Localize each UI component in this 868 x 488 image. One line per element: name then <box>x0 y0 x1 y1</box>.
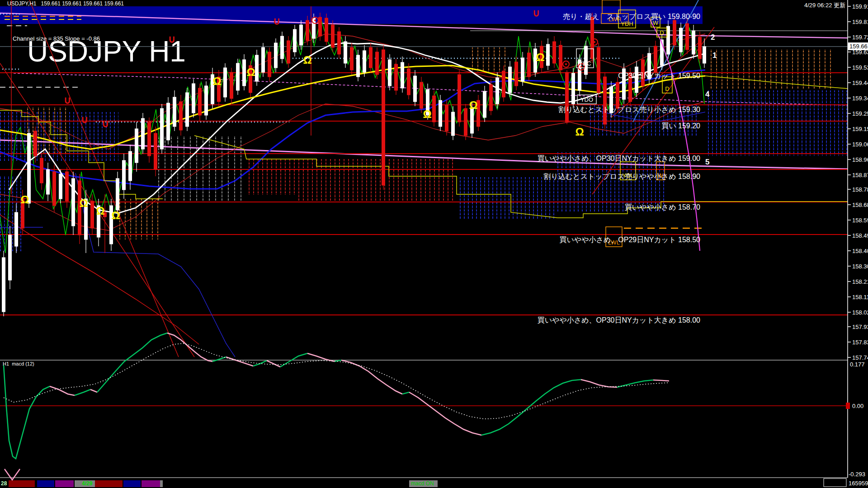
label-box-d: D <box>660 29 664 36</box>
chart-canvas[interactable]: USDJPY H1ΩΩΩΩΩΩΩΩΩΩΩ∪∪∪∪∪∪LWHYDHWDYDCYDO… <box>0 0 868 488</box>
wave-number: 4 <box>705 90 710 99</box>
macd-zero-label: 0.00 <box>852 403 863 409</box>
buy-marker-icon: Ω <box>423 108 431 120</box>
price-tick-label: 157.740 <box>852 354 868 361</box>
price-tick-label: 159.720 <box>852 34 868 41</box>
sell-marker-icon: ∪ <box>64 94 71 106</box>
price-tick-label: 159.345 <box>852 95 868 102</box>
price-tick-label: 158.210 <box>852 278 868 285</box>
buy-marker-icon: Ω <box>20 193 29 206</box>
price-tick-label: 159.815 <box>852 19 868 25</box>
buy-marker-icon: Ω <box>303 54 311 66</box>
annotation-text: 売り・超え ストップロス買い 159.80-90 <box>563 13 700 20</box>
bar-counter-label: 165959 <box>849 480 868 487</box>
buy-marker-icon: Ω <box>536 51 544 63</box>
buy-marker-icon: Ω <box>246 66 255 78</box>
annotation-text: 買い 159.20 <box>661 122 700 130</box>
sell-marker-icon: ∪ <box>533 7 540 19</box>
price-tick-label: 157.835 <box>852 339 868 346</box>
price-tick-label: 158.020 <box>852 309 868 316</box>
buy-marker-icon: Ω <box>212 75 221 87</box>
price-tick-label: 158.870 <box>852 172 868 178</box>
wave-number: 2 <box>711 33 715 42</box>
annotation-text: 買いやや小さめ 158.70 <box>625 203 700 211</box>
annotation-text: 買いやや小さめ、OP30日NYカット大きめ 159.00 <box>538 155 700 162</box>
price-tick-label: 159.250 <box>852 110 868 117</box>
annotation-text: 買いやや小さめ、OP30日NYカット大きめ 158.00 <box>538 316 700 324</box>
price-tick-label: 158.685 <box>852 202 868 208</box>
price-tick-label: 158.495 <box>852 232 868 239</box>
wave-number: 5 <box>705 158 709 166</box>
annotation-text: 割り込むとストップロス売り小さめ 159.30 <box>558 106 700 113</box>
sell-marker-icon: ∪ <box>81 114 88 125</box>
price-tick-label: 158.590 <box>852 217 868 224</box>
label-box-d: D <box>665 85 669 92</box>
buy-marker-icon: Ω <box>96 205 104 217</box>
price-tick-label: 158.400 <box>852 248 868 254</box>
price-tick-label: 159.440 <box>852 80 868 86</box>
macd-min-label: -0.293 <box>849 471 865 478</box>
mt4-chart-window: USDJPY H1ΩΩΩΩΩΩΩΩΩΩΩ∪∪∪∪∪∪LWHYDHWDYDCYDO… <box>0 0 868 488</box>
sell-marker-icon: ∪ <box>273 15 280 27</box>
price-tick-label: 159.155 <box>852 126 868 132</box>
wave-number: 1 <box>712 51 717 60</box>
label-box-w: W <box>653 19 659 26</box>
price-tick-label: 158.780 <box>852 186 868 193</box>
price-tick-label: 157.930 <box>852 324 868 330</box>
sell-marker-icon: ∪ <box>168 33 175 45</box>
annotation-text: 割り込むとストップロス売りやや小さめ 158.90 <box>543 173 700 180</box>
price-tick-label: 159.535 <box>852 64 868 71</box>
price-tick-label: 159.060 <box>852 141 868 148</box>
buy-marker-icon: Ω <box>111 209 120 221</box>
sell-marker-icon: ∪ <box>102 118 109 129</box>
annotation-text: 買いやや小さめ、OP29日NYカット 158.50 <box>559 236 700 244</box>
annotation-text: OP30日NYカット 159.50 <box>618 72 700 80</box>
price-tick-label: 158.115 <box>852 294 868 300</box>
buy-marker-icon: Ω <box>79 197 88 209</box>
label-box-ydo: YDO <box>580 96 593 103</box>
label-box-ydh: YDH <box>621 20 633 27</box>
buy-marker-icon: Ω <box>575 126 584 138</box>
macd-max-label: 0.177 <box>850 361 865 368</box>
price-tick-label: 159.910 <box>852 3 868 10</box>
label-box-ydc: YDC <box>579 60 591 67</box>
buy-marker-icon: Ω <box>469 99 477 111</box>
price-tick-label: 158.305 <box>852 263 868 270</box>
current-price-badge: 159.661 <box>849 43 868 50</box>
price-tick-label: 158.965 <box>852 156 868 163</box>
